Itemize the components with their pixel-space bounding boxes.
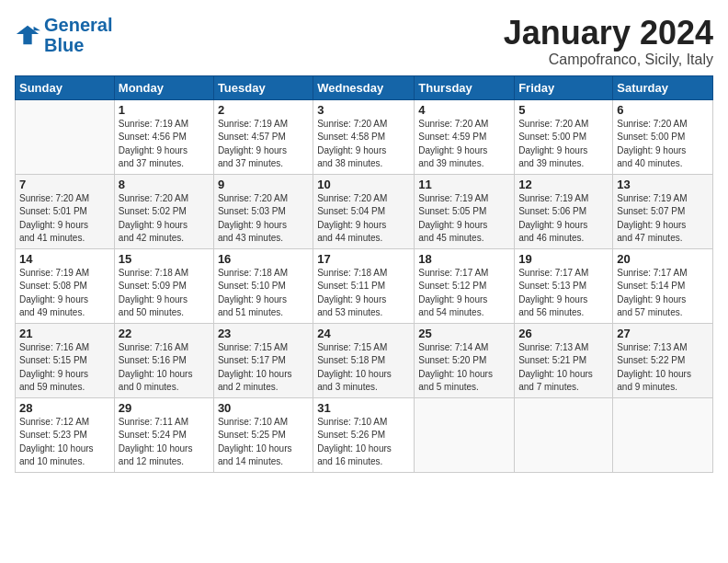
day-number: 11 (418, 178, 510, 191)
calendar-cell: 5Sunrise: 7:20 AM Sunset: 5:00 PM Daylig… (515, 99, 613, 174)
day-number: 31 (317, 401, 410, 415)
weekday-header: Wednesday (313, 75, 415, 99)
day-number: 27 (617, 327, 709, 340)
month-title: January 2024 (504, 15, 713, 52)
day-info: Sunrise: 7:20 AM Sunset: 4:58 PM Dayligh… (317, 118, 410, 171)
day-number: 5 (518, 103, 609, 117)
day-info: Sunrise: 7:20 AM Sunset: 5:00 PM Dayligh… (617, 118, 709, 171)
day-number: 19 (518, 252, 609, 266)
day-number: 26 (518, 327, 609, 340)
page-container: General Blue January 2024 Campofranco, S… (0, 0, 728, 480)
day-info: Sunrise: 7:20 AM Sunset: 5:02 PM Dayligh… (119, 192, 210, 246)
day-info: Sunrise: 7:10 AM Sunset: 5:25 PM Dayligh… (218, 416, 309, 469)
calendar-cell (515, 397, 613, 472)
calendar-cell: 16Sunrise: 7:18 AM Sunset: 5:10 PM Dayli… (213, 248, 313, 323)
weekday-header: Monday (114, 75, 213, 99)
day-info: Sunrise: 7:11 AM Sunset: 5:24 PM Dayligh… (119, 416, 210, 469)
calendar-cell: 29Sunrise: 7:11 AM Sunset: 5:24 PM Dayli… (114, 397, 213, 472)
weekday-header: Saturday (613, 75, 713, 99)
day-number: 10 (317, 178, 410, 191)
calendar-cell: 2Sunrise: 7:19 AM Sunset: 4:57 PM Daylig… (213, 99, 313, 174)
calendar-cell (415, 397, 515, 472)
day-number: 13 (617, 178, 709, 191)
day-info: Sunrise: 7:19 AM Sunset: 4:56 PM Dayligh… (119, 118, 210, 171)
day-number: 21 (19, 327, 110, 340)
calendar-cell (16, 99, 115, 174)
day-number: 25 (418, 327, 510, 340)
day-info: Sunrise: 7:14 AM Sunset: 5:20 PM Dayligh… (418, 341, 510, 395)
weekday-header: Tuesday (213, 75, 313, 99)
day-info: Sunrise: 7:16 AM Sunset: 5:15 PM Dayligh… (19, 341, 110, 395)
day-info: Sunrise: 7:18 AM Sunset: 5:10 PM Dayligh… (218, 267, 309, 320)
day-info: Sunrise: 7:12 AM Sunset: 5:23 PM Dayligh… (19, 416, 110, 469)
day-info: Sunrise: 7:20 AM Sunset: 5:01 PM Dayligh… (19, 192, 110, 246)
calendar-cell: 1Sunrise: 7:19 AM Sunset: 4:56 PM Daylig… (114, 99, 213, 174)
calendar-cell: 23Sunrise: 7:15 AM Sunset: 5:17 PM Dayli… (213, 323, 313, 397)
day-info: Sunrise: 7:16 AM Sunset: 5:16 PM Dayligh… (119, 341, 210, 395)
calendar-cell: 25Sunrise: 7:14 AM Sunset: 5:20 PM Dayli… (415, 323, 515, 397)
day-number: 23 (218, 327, 309, 340)
header: General Blue January 2024 Campofranco, S… (15, 15, 713, 68)
day-number: 1 (119, 103, 210, 117)
calendar-cell: 9Sunrise: 7:20 AM Sunset: 5:03 PM Daylig… (213, 174, 313, 248)
day-info: Sunrise: 7:18 AM Sunset: 5:09 PM Dayligh… (119, 267, 210, 320)
calendar-cell: 4Sunrise: 7:20 AM Sunset: 4:59 PM Daylig… (415, 99, 515, 174)
day-info: Sunrise: 7:20 AM Sunset: 5:03 PM Dayligh… (218, 192, 309, 246)
calendar-cell: 12Sunrise: 7:19 AM Sunset: 5:06 PM Dayli… (515, 174, 613, 248)
day-number: 3 (317, 103, 410, 117)
calendar-cell: 8Sunrise: 7:20 AM Sunset: 5:02 PM Daylig… (114, 174, 213, 248)
day-number: 2 (218, 103, 309, 117)
calendar-cell: 15Sunrise: 7:18 AM Sunset: 5:09 PM Dayli… (114, 248, 213, 323)
calendar-header-row: SundayMondayTuesdayWednesdayThursdayFrid… (16, 75, 713, 99)
day-info: Sunrise: 7:17 AM Sunset: 5:13 PM Dayligh… (518, 267, 609, 320)
calendar-week-row: 14Sunrise: 7:19 AM Sunset: 5:08 PM Dayli… (16, 248, 713, 323)
day-number: 17 (317, 252, 410, 266)
day-info: Sunrise: 7:19 AM Sunset: 4:57 PM Dayligh… (218, 118, 309, 171)
day-info: Sunrise: 7:19 AM Sunset: 5:08 PM Dayligh… (19, 267, 110, 320)
calendar-cell: 11Sunrise: 7:19 AM Sunset: 5:05 PM Dayli… (415, 174, 515, 248)
day-number: 4 (418, 103, 510, 117)
calendar-cell: 22Sunrise: 7:16 AM Sunset: 5:16 PM Dayli… (114, 323, 213, 397)
day-number: 18 (418, 252, 510, 266)
calendar-cell: 13Sunrise: 7:19 AM Sunset: 5:07 PM Dayli… (613, 174, 713, 248)
calendar-cell: 27Sunrise: 7:13 AM Sunset: 5:22 PM Dayli… (613, 323, 713, 397)
day-info: Sunrise: 7:20 AM Sunset: 4:59 PM Dayligh… (418, 118, 510, 171)
day-number: 15 (119, 252, 210, 266)
logo-text-general: General (44, 15, 112, 35)
logo-text-blue: Blue (44, 35, 112, 55)
day-number: 30 (218, 401, 309, 415)
calendar-week-row: 1Sunrise: 7:19 AM Sunset: 4:56 PM Daylig… (16, 99, 713, 174)
calendar-cell: 24Sunrise: 7:15 AM Sunset: 5:18 PM Dayli… (313, 323, 415, 397)
calendar-week-row: 28Sunrise: 7:12 AM Sunset: 5:23 PM Dayli… (16, 397, 713, 472)
svg-marker-1 (34, 27, 40, 31)
day-info: Sunrise: 7:19 AM Sunset: 5:06 PM Dayligh… (518, 192, 609, 246)
calendar-cell: 28Sunrise: 7:12 AM Sunset: 5:23 PM Dayli… (16, 397, 115, 472)
calendar-cell: 10Sunrise: 7:20 AM Sunset: 5:04 PM Dayli… (313, 174, 415, 248)
calendar-cell: 26Sunrise: 7:13 AM Sunset: 5:21 PM Dayli… (515, 323, 613, 397)
calendar-cell: 3Sunrise: 7:20 AM Sunset: 4:58 PM Daylig… (313, 99, 415, 174)
day-number: 29 (119, 401, 210, 415)
day-info: Sunrise: 7:17 AM Sunset: 5:12 PM Dayligh… (418, 267, 510, 320)
day-number: 14 (19, 252, 110, 266)
calendar-cell: 20Sunrise: 7:17 AM Sunset: 5:14 PM Dayli… (613, 248, 713, 323)
day-info: Sunrise: 7:15 AM Sunset: 5:17 PM Dayligh… (218, 341, 309, 395)
day-number: 24 (317, 327, 410, 340)
calendar-cell (613, 397, 713, 472)
day-number: 20 (617, 252, 709, 266)
calendar-cell: 19Sunrise: 7:17 AM Sunset: 5:13 PM Dayli… (515, 248, 613, 323)
day-number: 12 (518, 178, 609, 191)
calendar-cell: 31Sunrise: 7:10 AM Sunset: 5:26 PM Dayli… (313, 397, 415, 472)
location-title: Campofranco, Sicily, Italy (504, 52, 713, 68)
day-info: Sunrise: 7:20 AM Sunset: 5:04 PM Dayligh… (317, 192, 410, 246)
day-number: 9 (218, 178, 309, 191)
calendar-week-row: 7Sunrise: 7:20 AM Sunset: 5:01 PM Daylig… (16, 174, 713, 248)
calendar-cell: 21Sunrise: 7:16 AM Sunset: 5:15 PM Dayli… (16, 323, 115, 397)
day-number: 22 (119, 327, 210, 340)
title-section: January 2024 Campofranco, Sicily, Italy (504, 15, 713, 68)
weekday-header: Friday (515, 75, 613, 99)
day-info: Sunrise: 7:20 AM Sunset: 5:00 PM Dayligh… (518, 118, 609, 171)
day-number: 7 (19, 178, 110, 191)
logo-icon (15, 22, 40, 48)
day-info: Sunrise: 7:19 AM Sunset: 5:07 PM Dayligh… (617, 192, 709, 246)
day-number: 6 (617, 103, 709, 117)
